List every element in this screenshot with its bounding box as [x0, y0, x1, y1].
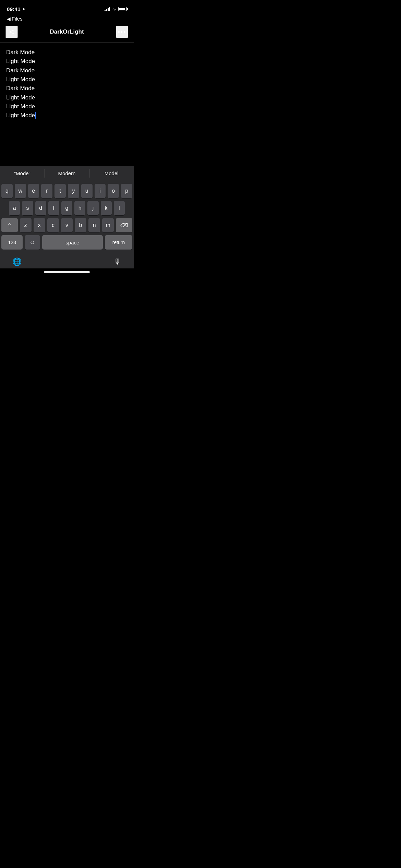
key-row-1: qwertyuiop: [1, 184, 132, 198]
globe-icon[interactable]: 🌐: [12, 257, 22, 266]
home-indicator: [0, 268, 134, 275]
key-d[interactable]: d: [35, 201, 46, 215]
key-j[interactable]: j: [87, 201, 98, 215]
key-b[interactable]: b: [75, 218, 86, 232]
nav-title: DarkOrLight: [50, 28, 84, 35]
nav-more-button[interactable]: •••: [116, 26, 128, 38]
key-t[interactable]: t: [54, 184, 66, 198]
wifi-icon: ∿: [112, 6, 116, 12]
files-navigation[interactable]: ◀ Files: [0, 15, 134, 23]
text-line: Light Mode: [6, 111, 127, 120]
battery-icon: [118, 7, 127, 11]
key-a[interactable]: a: [9, 201, 20, 215]
key-x[interactable]: x: [34, 218, 45, 232]
mic-icon[interactable]: 🎙: [114, 257, 121, 266]
autocomplete-bar: "Mode"ModernModel: [0, 166, 134, 181]
key-e[interactable]: e: [28, 184, 39, 198]
key-k[interactable]: k: [101, 201, 112, 215]
key-u[interactable]: u: [81, 184, 93, 198]
key-r[interactable]: r: [41, 184, 52, 198]
autocomplete-item-1[interactable]: "Mode": [0, 166, 45, 181]
status-icons: ∿: [105, 6, 127, 12]
keyboard[interactable]: qwertyuiopasdfghjkl⇧zxcvbnm⌫123☺spaceret…: [0, 181, 134, 254]
key-v[interactable]: v: [61, 218, 73, 232]
signal-bar-4: [109, 7, 110, 11]
files-back-label: Files: [12, 16, 23, 22]
status-time: 09:41: [7, 6, 21, 12]
signal-bars: [105, 7, 110, 11]
app-navbar: < DarkOrLight •••: [0, 23, 134, 43]
key-row-3: ⇧zxcvbnm⌫: [1, 218, 132, 232]
key-m[interactable]: m: [102, 218, 114, 232]
battery-fill: [119, 8, 125, 10]
signal-bar-3: [108, 8, 109, 11]
key-row-4: 123☺spacereturn: [1, 235, 132, 250]
key-h[interactable]: h: [74, 201, 85, 215]
text-line: Dark Mode: [6, 84, 127, 93]
key-g[interactable]: g: [61, 201, 72, 215]
autocomplete-item-3[interactable]: Model: [89, 166, 134, 181]
signal-bar-1: [105, 10, 106, 11]
status-bar: 09:41 ➤ ∿: [0, 0, 134, 15]
emoji-key[interactable]: ☺: [25, 235, 40, 250]
nav-back-chevron: <: [9, 27, 14, 37]
key-f[interactable]: f: [48, 201, 59, 215]
text-line: Light Mode: [6, 102, 127, 111]
key-p[interactable]: p: [121, 184, 132, 198]
text-line: Dark Mode: [6, 48, 127, 57]
files-back-chevron: ◀: [7, 16, 11, 22]
bottom-toolbar: 🌐 🎙: [0, 254, 134, 268]
autocomplete-item-2[interactable]: Modern: [45, 166, 89, 181]
shift-key[interactable]: ⇧: [1, 218, 18, 232]
key-i[interactable]: i: [95, 184, 106, 198]
text-cursor: [35, 112, 36, 119]
text-line: Light Mode: [6, 57, 127, 66]
key-o[interactable]: o: [108, 184, 119, 198]
key-w[interactable]: w: [15, 184, 26, 198]
signal-bar-2: [106, 9, 107, 11]
text-line: Light Mode: [6, 93, 127, 102]
space-key[interactable]: space: [42, 235, 103, 250]
files-back-button[interactable]: ◀ Files: [7, 16, 23, 22]
key-c[interactable]: c: [47, 218, 59, 232]
key-row-2: asdfghjkl: [1, 201, 132, 215]
key-q[interactable]: q: [1, 184, 13, 198]
delete-key[interactable]: ⌫: [116, 218, 132, 232]
key-n[interactable]: n: [88, 218, 100, 232]
delete-icon: ⌫: [120, 222, 128, 229]
text-line: Dark Mode: [6, 66, 127, 75]
key-s[interactable]: s: [22, 201, 33, 215]
nav-more-dots: •••: [118, 28, 126, 36]
key-l[interactable]: l: [114, 201, 125, 215]
key-z[interactable]: z: [20, 218, 32, 232]
text-line: Light Mode: [6, 75, 127, 84]
return-key[interactable]: return: [105, 235, 132, 250]
text-editor[interactable]: Dark ModeLight ModeDark ModeLight ModeDa…: [0, 43, 134, 166]
key-y[interactable]: y: [68, 184, 79, 198]
nav-back-button[interactable]: <: [5, 26, 18, 38]
battery-body: [118, 7, 127, 11]
numbers-key[interactable]: 123: [1, 235, 23, 250]
shift-icon: ⇧: [7, 222, 12, 229]
home-bar: [44, 271, 90, 273]
location-icon: ➤: [22, 7, 25, 11]
